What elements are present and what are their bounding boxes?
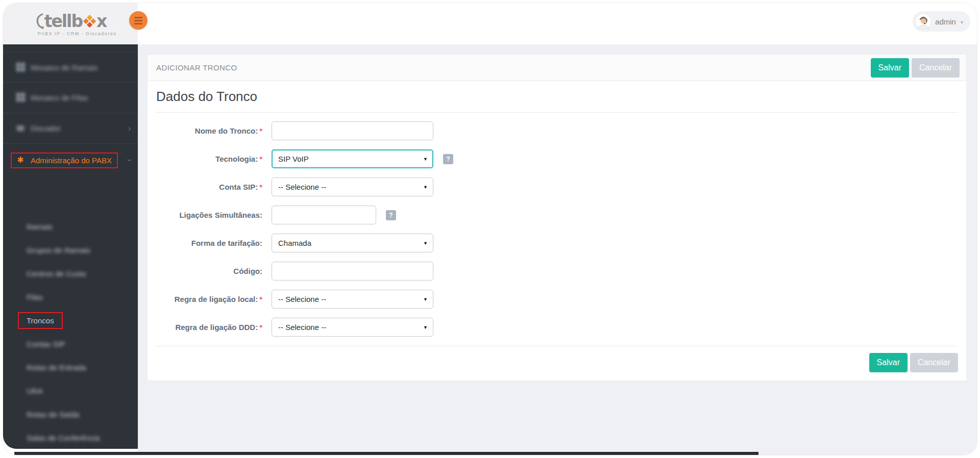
form-row: Código: [156,262,958,281]
tronco-form: Nome do Tronco:* Tecnologia:* SIP VoIP▼?… [156,121,958,337]
sidebar-subitem-salas-de-conferencia[interactable]: Salas de Conferência [3,426,138,449]
selected-value: Chamada [278,239,423,247]
headset-icon [36,13,44,30]
help-icon[interactable]: ? [443,154,453,164]
sidebar-item-mosaico-de-ramais[interactable]: Mosaico de Ramais [3,52,138,83]
form-row: Tecnologia:* SIP VoIP▼? [156,149,958,168]
logo-text-right: x [96,13,106,30]
avatar [916,14,930,29]
required-asterisk: * [259,295,262,303]
sidebar-item-discador[interactable]: ☎ Discador › [3,113,138,144]
field-label: Tecnologia: [215,155,258,163]
chevron-right-icon: › [128,124,131,133]
sidebar-subitem-ramais[interactable]: Ramais [3,215,138,238]
sidebar-main-list: Mosaico de Ramais Mosaico de Filas ☎ Dis… [3,44,138,176]
sidebar-subitem-ura[interactable]: URA [3,379,138,402]
regra-de-ligacao-local-select[interactable]: -- Selecione --▼ [272,290,433,309]
form-row: Forma de tarifação: Chamada▼ [156,234,958,252]
sidebar-submenu-list: Ramais Grupos de Ramais Centros de Custo… [3,215,138,455]
conta-sip-select[interactable]: -- Selecione --▼ [272,177,433,196]
field-label: Nome do Tronco: [195,126,258,135]
form-panel: Dados do Tronco Nome do Tronco:* Tecnolo… [147,81,967,381]
sidebar-subitem-troncos[interactable]: Troncos [3,309,138,332]
form-row: Regra de ligação local:* -- Selecione --… [156,290,958,309]
user-menu[interactable]: admin ▾ [913,11,970,32]
grid-icon [15,63,26,72]
selected-value: -- Selecione -- [278,323,423,332]
form-row: Ligações Simultâneas: ? [156,206,958,224]
window-bottom-edge [14,452,758,455]
required-asterisk: * [259,126,262,135]
codigo-input[interactable] [272,262,433,281]
sidebar-subitem-rotas-de-entrada[interactable]: Rotas de Entrada [3,355,138,379]
save-button[interactable]: Salvar [871,58,909,78]
help-icon[interactable]: ? [386,210,396,220]
field-label: Regra de ligação local: [175,295,258,303]
logo-wordmark: tellb x [35,13,107,30]
tecnologia-select[interactable]: SIP VoIP▼ [272,149,433,168]
asterisk-icon: ✱ [15,156,26,164]
sidebar-subitem-rotas-de-saida[interactable]: Rotas de Saída [3,402,138,426]
sidebar-subitem-contas-sip[interactable]: Contas SIP [3,332,138,355]
regra-de-ligacao-ddd-select[interactable]: -- Selecione --▼ [272,318,433,337]
sidebar-subitem-filas[interactable]: Filas [3,285,138,309]
chevron-down-icon: › [125,159,133,161]
required-asterisk: * [259,323,262,332]
username: admin [935,17,956,26]
dropdown-arrow-icon: ▼ [423,241,428,246]
field-label: Regra de ligação DDD: [175,323,258,332]
hamburger-menu-button[interactable] [129,11,148,30]
selected-value: -- Selecione -- [278,295,423,303]
caret-down-icon: ▾ [961,19,963,25]
panel-header: ADICIONAR TRONCO Salvar Cancelar [147,54,967,81]
field-label: Ligações Simultâneas: [179,211,262,219]
top-toolbar: tellb x PABX IP - CRM - Discadores [3,3,977,44]
selected-value: SIP VoIP [278,155,423,163]
phone-icon: ☎ [15,124,26,132]
form-row: Nome do Tronco:* [156,121,958,140]
dropdown-arrow-icon: ▼ [423,325,428,330]
required-asterisk: * [259,183,262,191]
form-footer: Salvar Cancelar [156,346,958,372]
section-title: Dados do Tronco [156,89,958,113]
field-label: Código: [233,267,262,275]
required-asterisk: * [259,155,262,163]
page-title: ADICIONAR TRONCO [156,63,871,72]
logo-text-left: tellb [44,13,82,30]
sidebar: Mosaico de Ramais Mosaico de Filas ☎ Dis… [3,44,138,449]
cancel-button[interactable]: Cancelar [912,58,960,78]
selected-value: -- Selecione -- [278,183,423,191]
grid-icon [15,93,26,103]
dropdown-arrow-icon: ▼ [423,297,428,302]
app-frame: tellb x PABX IP - CRM - Discadores [3,3,977,455]
tellbox-logo: tellb x PABX IP - CRM - Discadores [24,13,117,36]
forma-de-tarifacao-select[interactable]: Chamada▼ [272,234,433,252]
dropdown-arrow-icon: ▼ [423,157,428,162]
ligacoes-simultaneas-input[interactable] [272,206,376,224]
field-label: Conta SIP: [219,183,258,191]
sidebar-subitem-grupos-de-ramais[interactable]: Grupos de Ramais [3,238,138,262]
sidebar-item-mosaico-de-filas[interactable]: Mosaico de Filas [3,83,138,113]
cancel-button-bottom[interactable]: Cancelar [910,353,958,372]
dropdown-arrow-icon: ▼ [423,185,428,190]
logo-diamond-o-icon [83,15,96,28]
form-row: Conta SIP:* -- Selecione --▼ [156,177,958,196]
logo-tagline: PABX IP - CRM - Discadores [38,31,117,36]
sidebar-subitem-centros-de-custo[interactable]: Centros de Custo [3,262,138,285]
field-label: Forma de tarifação: [191,239,262,247]
form-row: Regra de ligação DDD:* -- Selecione --▼ [156,318,958,337]
logo-area: tellb x PABX IP - CRM - Discadores [3,3,138,44]
sidebar-item-administracao-do-pabx[interactable]: ✱ Administração do PABX › [3,144,138,176]
nome-do-tronco-input[interactable] [272,121,433,140]
save-button-bottom[interactable]: Salvar [869,353,908,372]
